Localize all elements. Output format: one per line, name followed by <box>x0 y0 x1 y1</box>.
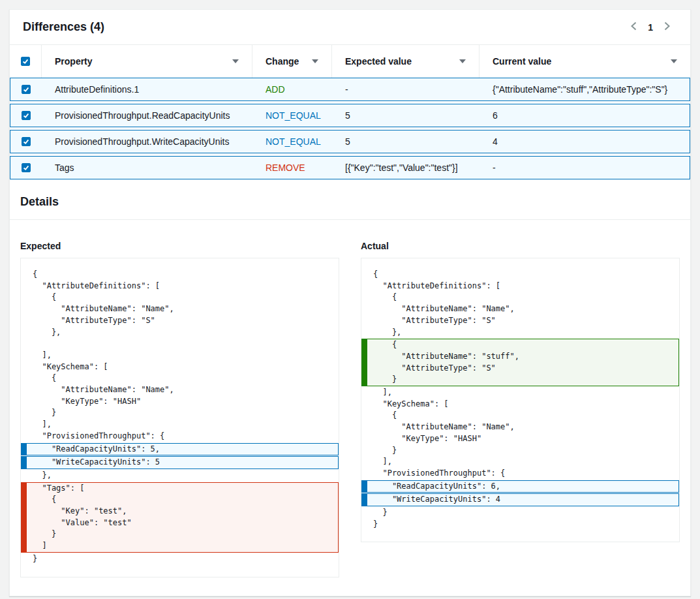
row-change: ADD <box>252 78 332 100</box>
caret-down-icon[interactable] <box>232 59 239 63</box>
code-line: "Tags": [ <box>22 483 338 495</box>
row-change: NOT_EQUAL <box>252 104 332 127</box>
code-line: "AttributeType": "S" <box>361 315 679 327</box>
code-line: ], <box>361 387 679 399</box>
column-header-current[interactable]: Current value <box>479 45 690 78</box>
actual-label: Actual <box>361 241 680 251</box>
previous-page-button[interactable] <box>629 20 639 35</box>
row-expected: 5 <box>332 131 479 153</box>
code-line: "Value": "test" <box>22 517 338 529</box>
select-all-checkbox[interactable] <box>21 57 30 66</box>
table-row[interactable]: ProvisionedThroughput.WriteCapacityUnits… <box>10 130 690 153</box>
chevron-right-icon <box>663 21 671 33</box>
code-line: "KeyType": "HASH" <box>361 433 679 445</box>
differences-header: Differences (4) 1 <box>10 10 690 45</box>
table-row[interactable]: ProvisionedThroughput.ReadCapacityUnits … <box>10 104 690 127</box>
row-current: - <box>479 157 690 179</box>
expected-panel-column: Expected { "AttributeDefinitions": [ { "… <box>20 241 339 577</box>
row-checkbox[interactable] <box>22 85 31 94</box>
row-current: 6 <box>479 104 690 127</box>
code-line: ], <box>21 419 339 431</box>
actual-panel-column: Actual { "AttributeDefinitions": [ { "At… <box>361 241 680 542</box>
code-line: { <box>362 339 678 351</box>
row-current: 4 <box>479 131 690 153</box>
code-line: "ReadCapacityUnits": 5, <box>22 444 338 455</box>
row-expected: - <box>332 78 479 100</box>
table-row[interactable]: Tags REMOVE [{"Key":"test","Value":"test… <box>10 156 690 179</box>
code-line: "KeySchema": [ <box>361 399 679 410</box>
row-current: {"AttributeName":"stuff","AttributeType"… <box>479 78 690 100</box>
code-line: { <box>21 373 339 384</box>
code-line: { <box>21 269 339 281</box>
expected-label: Expected <box>20 241 339 251</box>
code-line: "AttributeName": "Name", <box>21 384 339 396</box>
row-change: REMOVE <box>252 157 332 179</box>
code-line: "ReadCapacityUnits": 6, <box>362 481 678 493</box>
table-body: AttributeDefinitions.1 ADD - {"Attribute… <box>10 78 690 179</box>
code-line: } <box>361 519 679 530</box>
code-line: } <box>362 374 678 386</box>
row-expected: 5 <box>332 104 479 127</box>
code-line: } <box>361 445 679 457</box>
column-header-property-label: Property <box>55 56 93 67</box>
code-line: "ProvisionedThroughput": { <box>21 431 339 442</box>
select-all-cell <box>10 45 41 78</box>
column-header-change[interactable]: Change <box>252 45 331 78</box>
differences-count: (4) <box>90 20 104 33</box>
code-line: { <box>21 292 339 303</box>
code-line: "AttributeName": "Name", <box>21 303 339 315</box>
code-line: } <box>361 507 679 519</box>
diff-highlight-changed: "WriteCapacityUnits": 5 <box>21 456 339 469</box>
code-line: "WriteCapacityUnits": 4 <box>362 494 678 506</box>
column-header-property[interactable]: Property <box>41 45 252 78</box>
row-select-cell <box>10 157 42 179</box>
code-line: "Key": "test", <box>22 506 338 517</box>
caret-down-icon[interactable] <box>459 59 466 63</box>
differences-title: Differences (4) <box>23 20 104 34</box>
row-property: ProvisionedThroughput.ReadCapacityUnits <box>42 104 252 127</box>
row-expected: [{"Key":"test","Value":"test"}] <box>332 157 479 179</box>
row-property: AttributeDefinitions.1 <box>42 78 252 100</box>
code-line: { <box>361 292 679 303</box>
code-line <box>21 338 339 350</box>
code-line: } <box>22 529 338 540</box>
code-line: } <box>21 553 339 565</box>
row-checkbox[interactable] <box>22 163 31 172</box>
column-header-expected-label: Expected value <box>345 56 412 67</box>
next-page-button[interactable] <box>662 20 672 35</box>
expected-code-panel: { "AttributeDefinitions": [ { "Attribute… <box>20 258 339 577</box>
code-line: "ProvisionedThroughput": { <box>361 468 679 480</box>
caret-down-icon[interactable] <box>312 59 318 63</box>
code-line: "AttributeType": "S" <box>362 363 678 375</box>
row-select-cell <box>10 131 42 153</box>
caret-down-icon[interactable] <box>671 59 677 63</box>
table-header: Property Change Expected value Current v… <box>10 45 690 78</box>
current-page-number[interactable]: 1 <box>648 22 653 33</box>
code-line: { <box>361 269 679 281</box>
code-line: ] <box>22 540 338 552</box>
chevron-left-icon <box>630 21 637 33</box>
row-change: NOT_EQUAL <box>252 131 332 153</box>
code-line: "KeyType": "HASH" <box>21 396 339 408</box>
diff-highlight-changed: "ReadCapacityUnits": 6, <box>361 480 679 493</box>
code-line: ], <box>361 456 679 468</box>
code-line: "AttributeType": "S" <box>21 315 339 327</box>
table-row[interactable]: AttributeDefinitions.1 ADD - {"Attribute… <box>10 78 690 101</box>
diff-highlight-changed: "WriteCapacityUnits": 4 <box>361 493 679 506</box>
differences-title-text: Differences <box>23 20 87 33</box>
row-checkbox[interactable] <box>22 111 31 120</box>
diff-highlight-changed: "ReadCapacityUnits": 5, <box>21 443 339 456</box>
code-line: }, <box>21 327 339 339</box>
code-line: "AttributeDefinitions": [ <box>361 281 679 292</box>
row-checkbox[interactable] <box>22 137 31 146</box>
pagination: 1 <box>629 20 677 35</box>
code-line: ], <box>21 350 339 361</box>
column-header-expected[interactable]: Expected value <box>331 45 479 78</box>
code-line: { <box>22 494 338 506</box>
code-line: }, <box>361 327 679 339</box>
row-select-cell <box>10 104 42 127</box>
column-header-current-label: Current value <box>493 56 551 67</box>
row-property: Tags <box>42 157 252 179</box>
code-line: { <box>361 410 679 422</box>
code-line: "AttributeDefinitions": [ <box>21 281 339 292</box>
